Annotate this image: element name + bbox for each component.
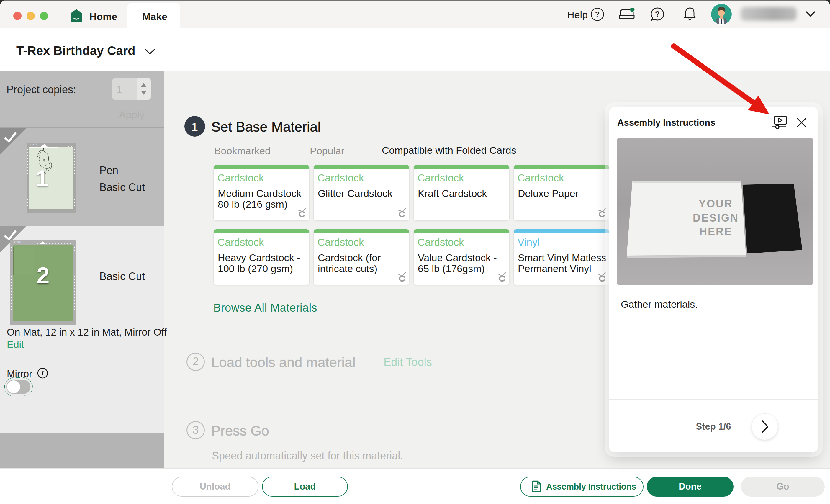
svg-text:YOUR: YOUR — [699, 198, 733, 210]
svg-text:DESIGN: DESIGN — [693, 212, 739, 224]
svg-text:?: ? — [595, 10, 600, 19]
svg-text:i: i — [42, 370, 44, 377]
svg-text:?: ? — [655, 9, 660, 18]
svg-text:HERE: HERE — [699, 225, 732, 238]
